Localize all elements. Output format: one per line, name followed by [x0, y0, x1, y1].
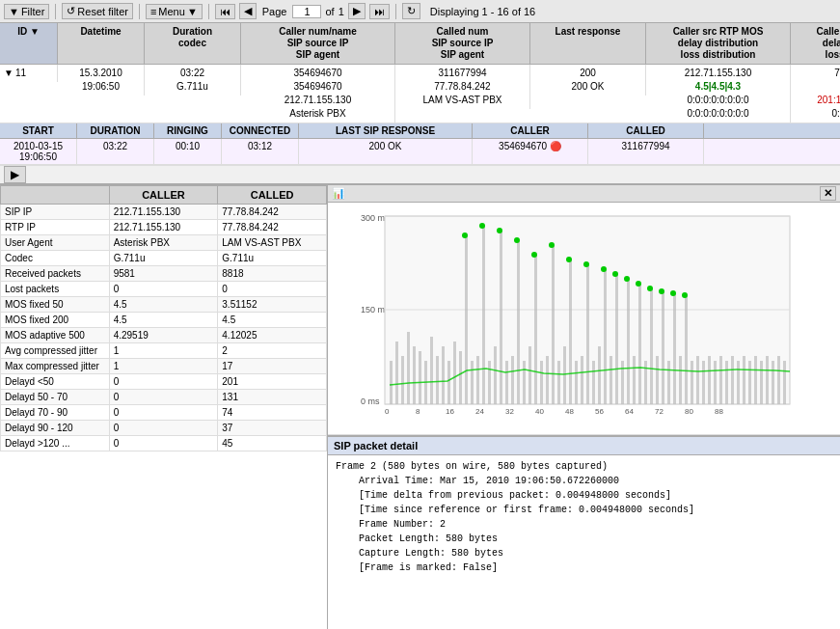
- sub-col-ringing: RINGING: [154, 123, 222, 138]
- svg-rect-63: [731, 356, 734, 404]
- menu-button[interactable]: ≡ Menu ▼: [146, 4, 203, 19]
- detail-caller-val: 0: [109, 436, 218, 451]
- col-caller-info[interactable]: Caller num/nameSIP source IPSIP agent: [241, 23, 395, 64]
- detail-label: MOS fixed 50: [1, 297, 110, 313]
- nav-first-button[interactable]: ⏮: [215, 4, 235, 19]
- svg-rect-16: [459, 351, 462, 404]
- svg-point-77: [531, 252, 537, 258]
- sub-col-caller: CALLER: [473, 123, 588, 138]
- nav-next-button[interactable]: ▶: [348, 3, 366, 19]
- svg-point-83: [624, 276, 630, 282]
- detail-called-val: 17: [218, 359, 327, 374]
- sip-line: [Time delta from previous packet: 0.0049…: [336, 488, 832, 503]
- detail-row: User Agent Asterisk PBX LAM VS-AST PBX: [1, 235, 327, 251]
- svg-text:8: 8: [416, 407, 420, 416]
- detail-label: SIP IP: [1, 205, 110, 220]
- svg-rect-5: [395, 342, 398, 404]
- svg-point-82: [612, 271, 618, 277]
- svg-rect-47: [638, 284, 641, 404]
- sub-cell-connected: 03:12: [222, 139, 299, 164]
- svg-rect-70: [772, 361, 774, 404]
- detail-row: Lost packets 0 0: [1, 282, 327, 297]
- detail-row: MOS fixed 200 4.5 4.5: [1, 313, 327, 328]
- reset-filter-button[interactable]: ↺ Reset filter: [62, 3, 133, 19]
- svg-rect-13: [442, 346, 445, 404]
- svg-rect-52: [667, 361, 670, 404]
- col-datetime[interactable]: Datetime: [58, 23, 145, 64]
- main-area: ID ▼ Datetime Durationcodec Caller num/n…: [0, 23, 840, 629]
- svg-text:16: 16: [446, 407, 454, 416]
- detail-called-val: 0: [218, 282, 327, 297]
- svg-rect-55: [685, 295, 688, 404]
- svg-rect-44: [621, 361, 624, 404]
- detail-called-val: 77.78.84.242: [218, 220, 327, 235]
- svg-text:24: 24: [475, 407, 484, 416]
- col-duration[interactable]: Durationcodec: [145, 23, 241, 64]
- cell-caller-info: 354694670354694670212.71.155.130Asterisk…: [241, 65, 395, 123]
- col-last-response[interactable]: Last response: [530, 23, 646, 64]
- svg-text:64: 64: [625, 407, 634, 416]
- play-row: ▶: [0, 165, 840, 183]
- filter-icon: ▼: [9, 6, 19, 17]
- detail-caller-val: 1: [109, 343, 218, 359]
- sub-col-called: CALLED: [588, 123, 704, 138]
- cell-expand-id[interactable]: ▼ 11: [0, 65, 58, 82]
- svg-rect-68: [760, 361, 763, 404]
- toolbar: ▼ Filter ↺ Reset filter ≡ Menu ▼ ⏮ ◀ Pag…: [0, 0, 840, 23]
- page-label: Page: [262, 6, 287, 17]
- sub-row-header: START DURATION RINGING CONNECTED LAST SI…: [0, 123, 840, 139]
- detail-called-val: 201: [218, 374, 327, 390]
- detail-row: RTP IP 212.71.155.130 77.78.84.242: [1, 220, 327, 235]
- sip-panel: SIP packet detail Frame 2 (580 bytes on …: [328, 436, 840, 629]
- detail-row: Codec G.711u G.711u: [1, 251, 327, 266]
- svg-rect-20: [482, 226, 485, 404]
- detail-label: User Agent: [1, 235, 110, 251]
- col-called-mos[interactable]: Called src RTP MOSdelay distributionloss…: [791, 23, 840, 64]
- detail-label: Delayd 50 - 70: [1, 390, 110, 405]
- svg-rect-62: [725, 361, 728, 404]
- svg-rect-71: [777, 356, 780, 404]
- svg-point-73: [462, 232, 468, 238]
- caller-indicator: 🔴: [550, 141, 561, 151]
- detail-called-val: LAM VS-AST PBX: [218, 235, 327, 251]
- svg-point-76: [514, 237, 520, 243]
- detail-label: Delayd >120 ...: [1, 436, 110, 451]
- detail-caller-val: 1: [109, 359, 218, 374]
- svg-rect-54: [679, 356, 682, 404]
- nav-prev-button[interactable]: ◀: [239, 3, 257, 19]
- sub-row-container: START DURATION RINGING CONNECTED LAST SI…: [0, 123, 840, 184]
- refresh-button[interactable]: ↻: [402, 3, 420, 19]
- play-button[interactable]: ▶: [4, 166, 26, 183]
- detail-label: Delayd <50: [1, 374, 110, 390]
- chart-close-button[interactable]: ✕: [820, 186, 836, 201]
- detail-called-val: 74: [218, 405, 327, 421]
- detail-caller-val: 212.71.155.130: [109, 205, 218, 220]
- svg-rect-53: [673, 293, 676, 404]
- page-total: 1: [339, 6, 344, 17]
- col-called-info[interactable]: Called numSIP source IPSIP agent: [395, 23, 530, 64]
- svg-rect-9: [419, 351, 421, 404]
- right-panel: 📊 ✕ 300 ms 150 ms 0 ms: [328, 185, 840, 629]
- filter-button[interactable]: ▼ Filter: [4, 4, 49, 19]
- col-id[interactable]: ID ▼: [0, 23, 58, 64]
- expand-icon[interactable]: ▼: [4, 67, 14, 80]
- detail-caller-val: 9581: [109, 266, 218, 282]
- svg-point-87: [670, 290, 676, 296]
- detail-row: Delayd 50 - 70 0 131: [1, 390, 327, 405]
- detail-label: Delayd 90 - 120: [1, 421, 110, 436]
- detail-col-called: CALLED: [218, 186, 327, 205]
- sip-line: Frame 2 (580 bytes on wire, 580 bytes ca…: [336, 459, 832, 474]
- detail-row: Delayd <50 0 201: [1, 374, 327, 390]
- sub-cell-duration: 03:22: [77, 139, 154, 164]
- chart-icon: 📊: [332, 187, 345, 200]
- detail-header-row: CALLER CALLED: [1, 186, 327, 205]
- detail-caller-val: 0: [109, 282, 218, 297]
- svg-text:56: 56: [595, 407, 604, 416]
- col-caller-mos[interactable]: Caller src RTP MOSdelay distributionloss…: [646, 23, 791, 64]
- svg-rect-40: [598, 346, 601, 404]
- nav-last-button[interactable]: ⏭: [369, 4, 390, 19]
- detail-caller-val: 4.5: [109, 297, 218, 313]
- detail-label: Avg compressed jitter: [1, 343, 110, 359]
- sub-cell-ringing: 00:10: [154, 139, 222, 164]
- page-input[interactable]: [292, 5, 321, 18]
